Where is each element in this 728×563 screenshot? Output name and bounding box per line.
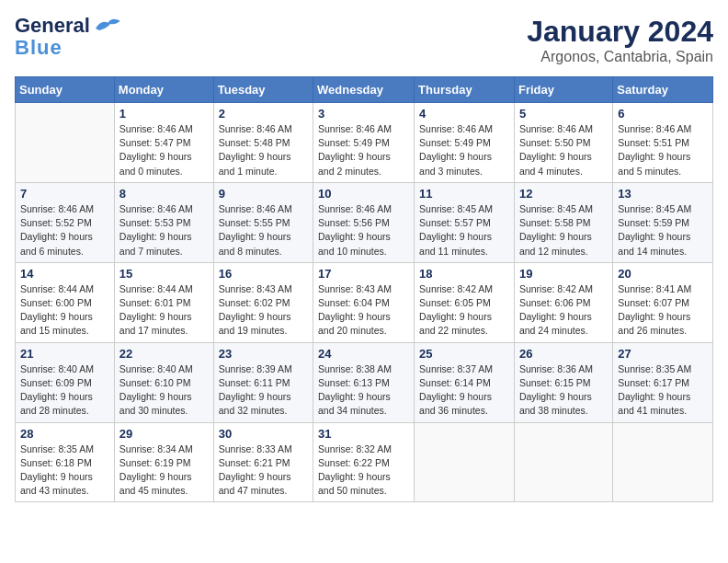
day-info: Sunrise: 8:44 AM Sunset: 6:00 PM Dayligh… (20, 282, 109, 339)
calendar-cell: 30Sunrise: 8:33 AM Sunset: 6:21 PM Dayli… (213, 422, 313, 502)
weekday-header-row: SundayMondayTuesdayWednesdayThursdayFrid… (16, 77, 713, 103)
month-title: January 2024 (527, 15, 713, 49)
day-number: 20 (618, 267, 708, 281)
day-number: 18 (419, 267, 509, 281)
day-number: 27 (618, 347, 708, 361)
day-info: Sunrise: 8:46 AM Sunset: 5:52 PM Dayligh… (20, 202, 109, 259)
day-number: 6 (618, 107, 708, 121)
calendar-cell: 14Sunrise: 8:44 AM Sunset: 6:00 PM Dayli… (16, 262, 115, 342)
calendar-table: SundayMondayTuesdayWednesdayThursdayFrid… (15, 76, 713, 502)
calendar-cell: 19Sunrise: 8:42 AM Sunset: 6:06 PM Dayli… (514, 262, 612, 342)
calendar-week-row: 28Sunrise: 8:35 AM Sunset: 6:18 PM Dayli… (16, 422, 713, 502)
day-info: Sunrise: 8:45 AM Sunset: 5:59 PM Dayligh… (618, 202, 708, 259)
logo-blue-text: Blue (15, 37, 63, 59)
logo: General Blue (15, 15, 121, 59)
day-number: 19 (519, 267, 608, 281)
day-info: Sunrise: 8:41 AM Sunset: 6:07 PM Dayligh… (618, 282, 708, 339)
day-info: Sunrise: 8:46 AM Sunset: 5:56 PM Dayligh… (318, 202, 409, 259)
calendar-cell: 2Sunrise: 8:46 AM Sunset: 5:48 PM Daylig… (213, 103, 313, 183)
day-info: Sunrise: 8:37 AM Sunset: 6:14 PM Dayligh… (419, 362, 509, 419)
day-info: Sunrise: 8:44 AM Sunset: 6:01 PM Dayligh… (119, 282, 209, 339)
day-number: 23 (219, 347, 308, 361)
calendar-cell: 9Sunrise: 8:46 AM Sunset: 5:55 PM Daylig… (213, 182, 313, 262)
day-info: Sunrise: 8:46 AM Sunset: 5:53 PM Dayligh… (119, 202, 209, 259)
day-number: 30 (219, 427, 308, 441)
day-info: Sunrise: 8:46 AM Sunset: 5:49 PM Dayligh… (419, 122, 509, 178)
calendar-cell: 25Sunrise: 8:37 AM Sunset: 6:14 PM Dayli… (415, 342, 515, 422)
day-info: Sunrise: 8:46 AM Sunset: 5:51 PM Dayligh… (618, 122, 708, 178)
calendar-cell (415, 422, 515, 502)
calendar-cell: 5Sunrise: 8:46 AM Sunset: 5:50 PM Daylig… (514, 103, 612, 183)
day-number: 13 (618, 187, 708, 201)
calendar-cell: 11Sunrise: 8:45 AM Sunset: 5:57 PM Dayli… (415, 182, 515, 262)
day-number: 28 (20, 427, 109, 441)
calendar-week-row: 21Sunrise: 8:40 AM Sunset: 6:09 PM Dayli… (16, 342, 713, 422)
day-number: 31 (318, 427, 409, 441)
calendar-cell (16, 103, 115, 183)
calendar-cell: 4Sunrise: 8:46 AM Sunset: 5:49 PM Daylig… (415, 103, 515, 183)
calendar-cell: 7Sunrise: 8:46 AM Sunset: 5:52 PM Daylig… (16, 182, 115, 262)
calendar-cell: 6Sunrise: 8:46 AM Sunset: 5:51 PM Daylig… (613, 103, 713, 183)
day-number: 7 (20, 187, 109, 201)
page-header: General Blue January 2024 Argonos, Canta… (15, 15, 713, 65)
weekday-header-sunday: Sunday (16, 77, 115, 103)
day-info: Sunrise: 8:35 AM Sunset: 6:18 PM Dayligh… (20, 442, 109, 499)
day-info: Sunrise: 8:33 AM Sunset: 6:21 PM Dayligh… (219, 442, 308, 499)
day-number: 11 (419, 187, 509, 201)
weekday-header-wednesday: Wednesday (313, 77, 415, 103)
calendar-cell: 24Sunrise: 8:38 AM Sunset: 6:13 PM Dayli… (313, 342, 415, 422)
day-number: 10 (318, 187, 409, 201)
calendar-header: SundayMondayTuesdayWednesdayThursdayFrid… (16, 77, 713, 103)
day-number: 14 (20, 267, 109, 281)
day-info: Sunrise: 8:46 AM Sunset: 5:50 PM Dayligh… (519, 122, 608, 178)
calendar-cell: 1Sunrise: 8:46 AM Sunset: 5:47 PM Daylig… (114, 103, 213, 183)
day-info: Sunrise: 8:46 AM Sunset: 5:49 PM Dayligh… (318, 122, 409, 178)
day-number: 21 (20, 347, 109, 361)
day-info: Sunrise: 8:32 AM Sunset: 6:22 PM Dayligh… (318, 442, 409, 499)
day-info: Sunrise: 8:43 AM Sunset: 6:04 PM Dayligh… (318, 282, 409, 339)
day-info: Sunrise: 8:36 AM Sunset: 6:15 PM Dayligh… (519, 362, 608, 419)
calendar-cell: 12Sunrise: 8:45 AM Sunset: 5:58 PM Dayli… (514, 182, 612, 262)
calendar-week-row: 14Sunrise: 8:44 AM Sunset: 6:00 PM Dayli… (16, 262, 713, 342)
calendar-cell: 10Sunrise: 8:46 AM Sunset: 5:56 PM Dayli… (313, 182, 415, 262)
calendar-cell: 15Sunrise: 8:44 AM Sunset: 6:01 PM Dayli… (114, 262, 213, 342)
day-info: Sunrise: 8:34 AM Sunset: 6:19 PM Dayligh… (119, 442, 209, 499)
day-number: 3 (318, 107, 409, 121)
logo-bird-icon (92, 16, 121, 36)
day-info: Sunrise: 8:43 AM Sunset: 6:02 PM Dayligh… (219, 282, 308, 339)
day-number: 17 (318, 267, 409, 281)
day-info: Sunrise: 8:42 AM Sunset: 6:06 PM Dayligh… (519, 282, 608, 339)
weekday-header-tuesday: Tuesday (213, 77, 313, 103)
day-number: 25 (419, 347, 509, 361)
day-number: 22 (119, 347, 209, 361)
day-info: Sunrise: 8:45 AM Sunset: 5:58 PM Dayligh… (519, 202, 608, 259)
weekday-header-monday: Monday (114, 77, 213, 103)
weekday-header-thursday: Thursday (415, 77, 515, 103)
day-info: Sunrise: 8:39 AM Sunset: 6:11 PM Dayligh… (219, 362, 308, 419)
day-info: Sunrise: 8:45 AM Sunset: 5:57 PM Dayligh… (419, 202, 509, 259)
calendar-cell: 26Sunrise: 8:36 AM Sunset: 6:15 PM Dayli… (514, 342, 612, 422)
calendar-cell: 27Sunrise: 8:35 AM Sunset: 6:17 PM Dayli… (613, 342, 713, 422)
day-number: 15 (119, 267, 209, 281)
day-info: Sunrise: 8:38 AM Sunset: 6:13 PM Dayligh… (318, 362, 409, 419)
day-info: Sunrise: 8:40 AM Sunset: 6:09 PM Dayligh… (20, 362, 109, 419)
calendar-body: 1Sunrise: 8:46 AM Sunset: 5:47 PM Daylig… (16, 103, 713, 502)
calendar-cell: 22Sunrise: 8:40 AM Sunset: 6:10 PM Dayli… (114, 342, 213, 422)
calendar-week-row: 7Sunrise: 8:46 AM Sunset: 5:52 PM Daylig… (16, 182, 713, 262)
logo-text: General (15, 15, 90, 37)
day-info: Sunrise: 8:35 AM Sunset: 6:17 PM Dayligh… (618, 362, 708, 419)
calendar-cell: 3Sunrise: 8:46 AM Sunset: 5:49 PM Daylig… (313, 103, 415, 183)
day-info: Sunrise: 8:46 AM Sunset: 5:47 PM Dayligh… (119, 122, 209, 178)
day-number: 16 (219, 267, 308, 281)
day-info: Sunrise: 8:46 AM Sunset: 5:55 PM Dayligh… (219, 202, 308, 259)
day-number: 24 (318, 347, 409, 361)
calendar-cell: 8Sunrise: 8:46 AM Sunset: 5:53 PM Daylig… (114, 182, 213, 262)
day-info: Sunrise: 8:42 AM Sunset: 6:05 PM Dayligh… (419, 282, 509, 339)
day-number: 12 (519, 187, 608, 201)
weekday-header-saturday: Saturday (613, 77, 713, 103)
day-number: 9 (219, 187, 308, 201)
day-info: Sunrise: 8:40 AM Sunset: 6:10 PM Dayligh… (119, 362, 209, 419)
calendar-cell: 21Sunrise: 8:40 AM Sunset: 6:09 PM Dayli… (16, 342, 115, 422)
location: Argonos, Cantabria, Spain (527, 49, 713, 65)
calendar-week-row: 1Sunrise: 8:46 AM Sunset: 5:47 PM Daylig… (16, 103, 713, 183)
